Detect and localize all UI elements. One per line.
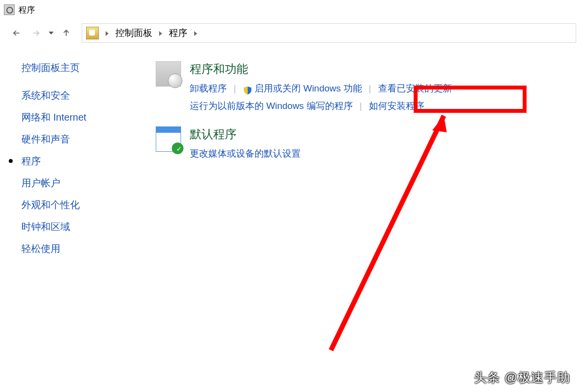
sidebar-item-ease-of-access[interactable]: 轻松使用	[21, 242, 156, 255]
link-uninstall-program[interactable]: 卸载程序	[190, 80, 227, 97]
chevron-right-icon	[190, 28, 201, 38]
sidebar: 控制面板主页 系统和安全 网络和 Internet 硬件和声音 程序 用户帐户 …	[0, 61, 156, 264]
section-title[interactable]: 程序和功能	[190, 61, 565, 77]
forward-button[interactable]	[27, 24, 45, 42]
history-dropdown[interactable]	[47, 30, 55, 36]
sidebar-item-clock-region[interactable]: 时钟和区域	[21, 220, 156, 233]
content-area: 控制面板主页 系统和安全 网络和 Internet 硬件和声音 程序 用户帐户 …	[0, 47, 584, 264]
chevron-right-icon	[102, 28, 112, 38]
section-default-programs: ✓ 默认程序 更改媒体或设备的默认设置	[156, 126, 565, 162]
defaults-icon: ✓	[156, 126, 181, 152]
separator: |	[227, 80, 243, 97]
sidebar-item-system-security[interactable]: 系统和安全	[21, 89, 156, 102]
section-programs-features: 程序和功能 卸载程序 | 启用或关闭 Windows 功能 | 查看已安装的更新…	[156, 61, 565, 115]
breadcrumb[interactable]: 控制面板	[115, 27, 152, 39]
link-view-installed-updates[interactable]: 查看已安装的更新	[378, 80, 452, 97]
link-change-defaults[interactable]: 更改媒体或设备的默认设置	[190, 145, 301, 162]
address-bar[interactable]: 控制面板 程序	[82, 23, 576, 43]
location-icon	[86, 27, 99, 39]
sidebar-item-user-accounts[interactable]: 用户帐户	[21, 177, 156, 190]
sidebar-item-programs[interactable]: 程序	[21, 155, 156, 168]
sidebar-home-link[interactable]: 控制面板主页	[21, 61, 156, 74]
chevron-right-icon	[155, 28, 166, 38]
window-title: 程序	[18, 4, 35, 16]
navigation-bar: 控制面板 程序	[0, 19, 584, 47]
shield-icon	[243, 84, 253, 93]
separator: |	[362, 80, 378, 97]
app-icon	[4, 4, 15, 15]
window-titlebar: 程序	[0, 0, 584, 19]
up-button[interactable]	[57, 24, 75, 42]
section-title[interactable]: 默认程序	[190, 126, 565, 142]
watermark-text: 头条 @极速手助	[474, 369, 570, 386]
sidebar-item-hardware-sound[interactable]: 硬件和声音	[21, 133, 156, 146]
separator: |	[353, 97, 369, 115]
back-button[interactable]	[8, 24, 25, 42]
sidebar-item-appearance[interactable]: 外观和个性化	[21, 198, 156, 212]
link-windows-features[interactable]: 启用或关闭 Windows 功能	[255, 80, 362, 97]
breadcrumb[interactable]: 程序	[169, 27, 187, 39]
programs-icon	[156, 61, 181, 87]
sidebar-item-network-internet[interactable]: 网络和 Internet	[21, 111, 156, 124]
link-how-to-install[interactable]: 如何安装程序	[369, 97, 424, 115]
main-panel: 程序和功能 卸载程序 | 启用或关闭 Windows 功能 | 查看已安装的更新…	[156, 61, 584, 264]
link-run-compat-programs[interactable]: 运行为以前版本的 Windows 编写的程序	[190, 97, 353, 115]
